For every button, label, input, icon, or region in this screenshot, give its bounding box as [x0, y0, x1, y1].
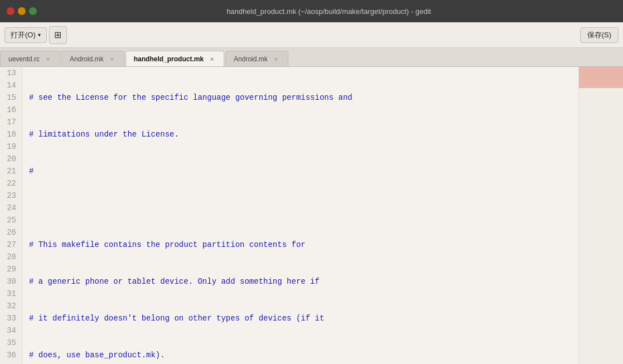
open-label: 打开(O) — [11, 30, 36, 40]
code-line-14: # limitations under the License. — [29, 128, 572, 140]
tab-label: Android.mk — [70, 55, 104, 63]
line-numbers: 13 14 15 16 17 18 19 20 21 22 23 24 25 2… — [0, 67, 22, 364]
tab-close-icon[interactable]: × — [108, 55, 116, 63]
tab-android-mk-1[interactable]: Android.mk × — [61, 51, 124, 66]
close-button[interactable] — [7, 7, 15, 15]
tab-android-mk-2[interactable]: Android.mk × — [225, 51, 288, 66]
tab-close-icon[interactable]: × — [272, 55, 280, 63]
tab-label: handheld_product.mk — [134, 55, 204, 63]
minimap — [578, 67, 623, 364]
code-line-15: # — [29, 165, 572, 177]
code-line-16 — [29, 202, 572, 214]
tab-close-icon[interactable]: × — [208, 55, 216, 63]
save-button[interactable]: 保存(S) — [580, 27, 619, 43]
maximize-button[interactable] — [29, 7, 37, 15]
save-icon-button[interactable]: ⊞ — [49, 26, 67, 44]
code-content[interactable]: # see the License for the specific langu… — [22, 67, 578, 364]
floppy-icon: ⊞ — [54, 30, 61, 40]
window-title: handheld_product.mk (~/aosp/build/make/t… — [41, 7, 616, 16]
editor-container: 13 14 15 16 17 18 19 20 21 22 23 24 25 2… — [0, 67, 623, 364]
tab-ueventd[interactable]: ueventd.rc × — [0, 51, 60, 66]
code-area[interactable]: 13 14 15 16 17 18 19 20 21 22 23 24 25 2… — [0, 67, 578, 364]
tab-label: ueventd.rc — [8, 55, 40, 63]
dropdown-arrow-icon: ▾ — [38, 32, 41, 38]
code-line-19: # it definitely doesn't belong on other … — [29, 312, 572, 324]
code-line-17: # This makefile contains the product par… — [29, 239, 572, 251]
window-controls — [7, 7, 37, 15]
open-button[interactable]: 打开(O) ▾ — [4, 27, 47, 43]
minimap-highlight — [579, 67, 623, 88]
tab-bar: ueventd.rc × Android.mk × handheld_produ… — [0, 48, 623, 67]
tab-handheld-product[interactable]: handheld_product.mk × — [125, 51, 224, 66]
tab-label: Android.mk — [234, 55, 268, 63]
code-line-13: # see the License for the specific langu… — [29, 91, 572, 104]
title-bar: handheld_product.mk (~/aosp/build/make/t… — [0, 0, 623, 22]
minimize-button[interactable] — [18, 7, 26, 15]
tab-close-icon[interactable]: × — [44, 55, 52, 63]
toolbar: 打开(O) ▾ ⊞ 保存(S) — [0, 22, 623, 48]
code-line-18: # a generic phone or tablet device. Only… — [29, 275, 572, 288]
code-line-20: # does, use base_product.mk). — [29, 349, 572, 361]
